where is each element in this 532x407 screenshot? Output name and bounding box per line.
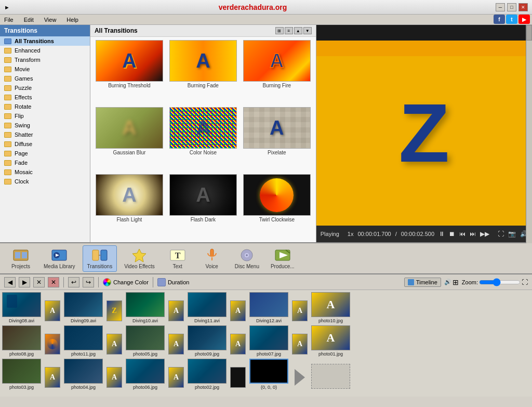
toolbar-disc-menu[interactable]: Disc Menu <box>231 246 263 271</box>
sidebar-item-fade[interactable]: Fade <box>0 158 90 167</box>
sidebar-item-effects[interactable]: Effects <box>0 93 90 102</box>
transition-twirl-clockwise[interactable]: Twirl Clockwise <box>241 174 313 239</box>
next-button[interactable]: ⏭ <box>470 230 476 238</box>
toolbar-voice[interactable]: Voice <box>196 246 228 271</box>
clip-filename: photo01.jpg <box>318 351 343 357</box>
disc-menu-icon <box>238 248 255 262</box>
change-color-button[interactable]: Change Color <box>103 278 149 286</box>
close-button[interactable]: ✕ <box>518 3 528 11</box>
list-item[interactable]: photo06.jpg <box>126 359 165 390</box>
sidebar-item-all-transitions[interactable]: All Transitions <box>0 36 90 46</box>
sidebar-item-swing[interactable]: Swing <box>0 121 90 130</box>
list-item[interactable]: Diving10.avi <box>126 292 165 323</box>
sidebar-item-games[interactable]: Games <box>0 74 90 83</box>
volume-icon[interactable]: 🔊 <box>444 279 451 285</box>
tl-redo-button[interactable]: ↪ <box>83 277 94 287</box>
tl-undo-button[interactable]: ↩ <box>68 277 79 287</box>
view-btn-list[interactable]: ≡ <box>285 27 293 34</box>
transition-marker: A <box>290 298 309 323</box>
audio-tracks-icon[interactable]: ⊞ <box>453 278 459 286</box>
sidebar-item-label: Games <box>15 75 33 82</box>
scrollbar[interactable] <box>526 25 532 243</box>
sidebar-item-diffuse[interactable]: Diffuse <box>0 139 90 149</box>
toolbar-projects[interactable]: Projects <box>5 246 36 271</box>
facebook-icon[interactable]: f <box>494 15 505 24</box>
sidebar-item-shatter[interactable]: Shatter <box>0 130 90 139</box>
list-item[interactable]: photo02.jpg <box>188 359 227 390</box>
list-item[interactable]: photo08.jpg <box>2 325 41 357</box>
menu-file[interactable]: File <box>2 16 16 23</box>
produce-icon <box>274 248 291 262</box>
screenshot-button[interactable]: 📷 <box>508 230 516 238</box>
view-btn-grid[interactable]: ⊞ <box>275 27 284 34</box>
sidebar-item-mosaic[interactable]: Mosaic <box>0 167 90 177</box>
twitter-icon[interactable]: t <box>506 15 517 24</box>
play-button[interactable]: ⏸ <box>438 230 445 238</box>
duration-icon <box>157 278 166 286</box>
list-item[interactable]: Diving09.avi <box>64 292 103 323</box>
toolbar-produce[interactable]: Produce... <box>267 246 299 271</box>
scroll-up[interactable]: ▲ <box>294 27 302 34</box>
list-item[interactable]: Diving08.avi <box>2 292 41 323</box>
list-item[interactable]: photo07.jpg <box>249 325 288 357</box>
transition-marker: Z <box>105 298 124 323</box>
expand-icon[interactable]: ⛶ <box>522 279 528 286</box>
transition-flash-light[interactable]: A Flash Light <box>94 174 165 239</box>
list-item[interactable]: photo11.jpg <box>64 325 103 357</box>
maximize-button[interactable]: □ <box>507 3 516 11</box>
clip-thumbnail <box>64 359 103 384</box>
sidebar-item-page[interactable]: Page <box>0 149 90 158</box>
youtube-icon[interactable]: ▶ <box>518 15 530 24</box>
list-item[interactable]: A photo10.jpg <box>311 292 350 323</box>
transition-burning-threshold[interactable]: A Burning Threshold <box>94 40 165 105</box>
menu-view[interactable]: View <box>42 16 59 23</box>
sidebar-item-puzzle[interactable]: Puzzle <box>0 83 90 93</box>
list-item[interactable]: A photo01.jpg <box>311 325 350 357</box>
toolbar-transitions[interactable]: Transitions <box>83 245 117 272</box>
transitions-icon <box>91 248 108 262</box>
transition-color-noise[interactable]: A Color Noise <box>167 107 239 172</box>
transition-marker: A <box>43 365 62 390</box>
toolbar-media-library[interactable]: Media Library <box>39 246 79 271</box>
menu-help[interactable]: Help <box>64 16 81 23</box>
fast-forward-button[interactable]: ▶▶ <box>480 230 489 238</box>
list-item[interactable]: Diving12.avi <box>249 292 288 323</box>
zoom-slider[interactable] <box>479 279 521 285</box>
list-item[interactable]: photo04.jpg <box>64 359 103 390</box>
fullscreen-button[interactable]: ⛶ <box>498 230 504 238</box>
clip-filename: Diving10.avi <box>132 318 158 323</box>
list-item[interactable]: photo03.jpg <box>2 359 41 390</box>
tl-remove-button[interactable]: ✕ <box>33 277 45 287</box>
prev-button[interactable]: ⏮ <box>459 230 466 238</box>
transition-pixelate[interactable]: A Pixelate <box>241 107 313 172</box>
list-item[interactable]: photo09.jpg <box>188 325 227 357</box>
list-item[interactable]: (0, 0, 0) <box>249 359 288 390</box>
tl-delete-button[interactable]: ✕ <box>48 277 59 287</box>
transition-burning-fire[interactable]: A Burning Fire <box>241 40 313 105</box>
scroll-thumb[interactable] <box>526 25 532 41</box>
transition-burning-fade[interactable]: A Burning Fade <box>167 40 239 105</box>
list-item[interactable]: Diving11.avi <box>188 292 227 323</box>
sidebar-item-clock[interactable]: Clock <box>0 177 90 186</box>
tl-back-button[interactable]: ◀ <box>4 277 16 287</box>
stop-button[interactable]: ⏹ <box>449 230 455 238</box>
timeline-toggle[interactable]: Timeline <box>404 278 441 287</box>
sidebar-item-enhanced[interactable]: Enhanced <box>0 46 90 55</box>
sidebar-item-transform[interactable]: Transform <box>0 55 90 64</box>
toolbar-text[interactable]: T Text <box>162 246 193 271</box>
sidebar-item-rotate[interactable]: Rotate <box>0 102 90 111</box>
menu-edit[interactable]: Edit <box>22 16 36 23</box>
transition-flash-dark[interactable]: A Flash Dark <box>167 174 239 239</box>
sidebar-item-flip[interactable]: Flip <box>0 111 90 121</box>
transition-label: Flash Light <box>116 217 142 222</box>
toolbar-video-effects[interactable]: Video Effects <box>120 246 159 271</box>
scroll-down[interactable]: ▼ <box>303 27 312 34</box>
svg-rect-6 <box>92 250 99 260</box>
tl-forward-button[interactable]: ▶ <box>19 277 30 287</box>
transition-label: Pixelate <box>268 150 286 155</box>
sidebar-item-movie[interactable]: Movie <box>0 64 90 74</box>
transition-gaussian-blur[interactable]: A Gaussian Blur <box>94 107 165 172</box>
duration-button[interactable]: Duration <box>157 278 190 286</box>
minimize-button[interactable]: ─ <box>496 3 505 11</box>
list-item[interactable]: photo05.jpg <box>126 325 165 357</box>
